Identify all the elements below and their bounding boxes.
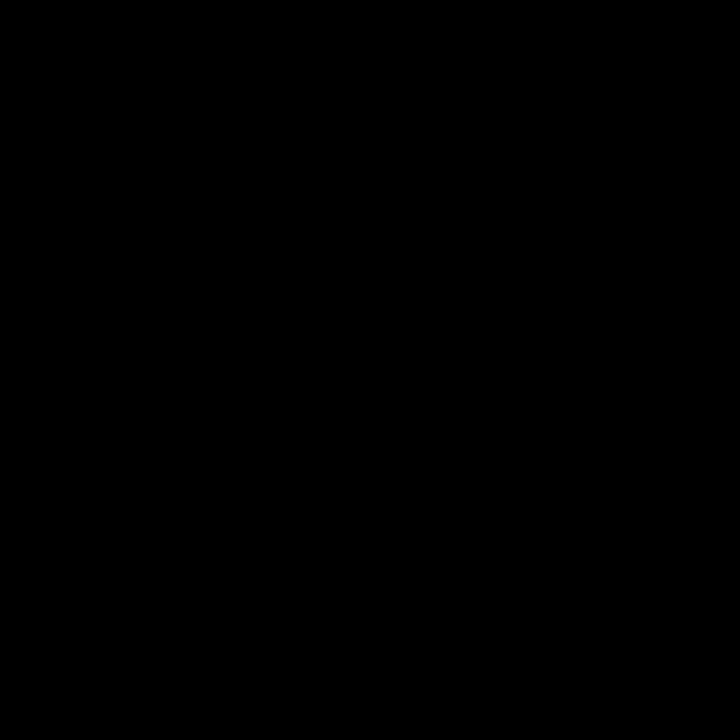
bottleneck-chart bbox=[0, 0, 728, 728]
chart-outer-frame bbox=[0, 0, 728, 728]
